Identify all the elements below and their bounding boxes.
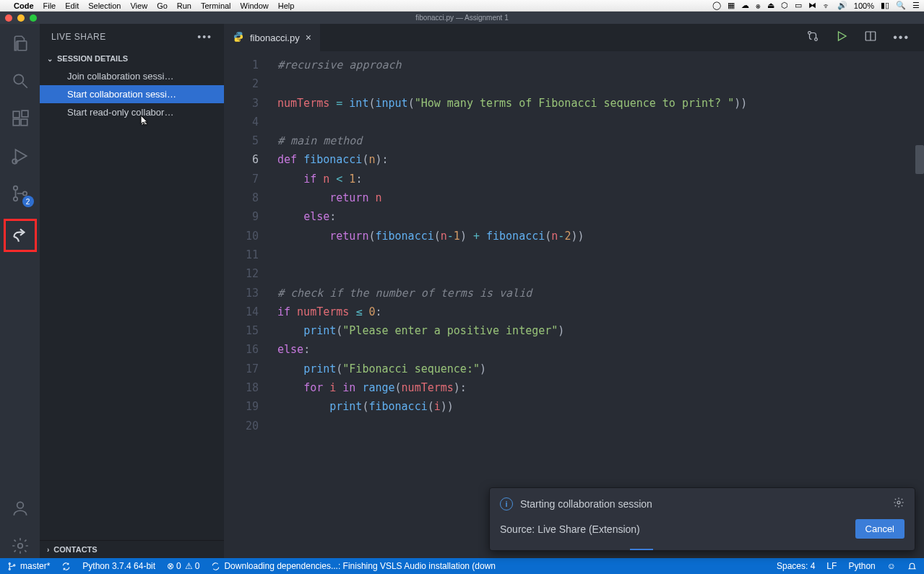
svg-rect-6 bbox=[22, 110, 28, 117]
info-icon: i bbox=[500, 497, 513, 510]
volume-icon[interactable]: 🔊 bbox=[837, 1, 847, 10]
svg-marker-16 bbox=[839, 32, 847, 40]
scm-badge: 2 bbox=[22, 196, 34, 207]
menu-file[interactable]: File bbox=[43, 1, 56, 10]
source-control-icon[interactable]: 2 bbox=[8, 181, 33, 206]
tab-filename: fibonacci.py bbox=[250, 32, 300, 43]
wifi-icon[interactable]: ᯤ bbox=[823, 1, 831, 10]
status-python[interactable]: Python 3.7.4 64-bit bbox=[82, 561, 155, 571]
notification-title: Starting collaboration session bbox=[520, 498, 652, 510]
tabbar: fibonacci.py × ••• bbox=[224, 24, 924, 51]
session-item-start[interactable]: Start collaboration sessi… bbox=[40, 85, 224, 103]
run-debug-icon[interactable] bbox=[8, 144, 33, 168]
compare-changes-icon[interactable] bbox=[806, 30, 819, 45]
editor-more-icon[interactable]: ••• bbox=[893, 31, 910, 44]
sidepanel: LIVE SHARE ••• ⌄ SESSION DETAILS Join co… bbox=[40, 24, 224, 558]
run-icon[interactable] bbox=[835, 30, 848, 45]
tab-fibonacci[interactable]: fibonacci.py × bbox=[224, 24, 320, 51]
menu-terminal[interactable]: Terminal bbox=[201, 1, 231, 10]
editor-area: fibonacci.py × ••• 123456789101112131415… bbox=[224, 24, 924, 558]
status-sync-icon[interactable] bbox=[61, 562, 71, 571]
statusbar: master* Python 3.7.4 64-bit ⊗0 ⚠0 Downlo… bbox=[0, 558, 924, 574]
svg-point-11 bbox=[22, 191, 26, 195]
close-tab-icon[interactable]: × bbox=[306, 32, 311, 43]
svg-point-10 bbox=[13, 197, 17, 201]
explorer-icon[interactable] bbox=[8, 31, 33, 56]
battery-pct[interactable]: 100% bbox=[854, 1, 874, 10]
live-share-icon[interactable] bbox=[4, 219, 37, 252]
menu-app[interactable]: Code bbox=[14, 1, 34, 10]
status-icon[interactable]: ⬡ bbox=[781, 1, 788, 10]
session-item-readonly[interactable]: Start read-only collabor… bbox=[40, 103, 224, 121]
status-problems[interactable]: ⊗0 ⚠0 bbox=[167, 561, 199, 571]
window-title: fibonacci.py — Assignment 1 bbox=[415, 14, 508, 22]
scrollbar[interactable] bbox=[915, 51, 924, 558]
menu-extras-icon[interactable]: ☰ bbox=[912, 1, 920, 10]
section-session-details[interactable]: ⌄ SESSION DETAILS bbox=[40, 50, 224, 67]
status-icon[interactable]: ▭ bbox=[795, 1, 802, 10]
minimize-window-icon[interactable] bbox=[17, 14, 25, 22]
svg-point-12 bbox=[17, 502, 23, 508]
svg-point-1 bbox=[14, 74, 23, 84]
status-download[interactable]: Downloading dependencies...: Finishing V… bbox=[211, 561, 496, 571]
notification-gear-icon[interactable] bbox=[893, 497, 904, 510]
menu-window[interactable]: Window bbox=[241, 1, 269, 10]
section-label: SESSION DETAILS bbox=[57, 54, 128, 63]
menu-help[interactable]: Help bbox=[278, 1, 295, 10]
extensions-icon[interactable] bbox=[8, 106, 33, 131]
svg-rect-3 bbox=[13, 111, 20, 118]
status-icon[interactable]: ☁ bbox=[741, 1, 749, 10]
progress-indicator bbox=[500, 549, 904, 550]
notification-source: Source: Live Share (Extension) bbox=[500, 523, 640, 535]
menu-run[interactable]: Run bbox=[177, 1, 191, 10]
svg-point-14 bbox=[808, 32, 811, 35]
svg-point-19 bbox=[897, 501, 900, 504]
panel-more-icon[interactable]: ••• bbox=[197, 31, 212, 43]
zoom-window-icon[interactable] bbox=[30, 14, 37, 22]
status-spaces[interactable]: Spaces: 4 bbox=[777, 561, 815, 571]
notification-toast: i Starting collaboration session Source:… bbox=[489, 487, 915, 551]
cancel-button[interactable]: Cancel bbox=[855, 519, 904, 539]
menu-edit[interactable]: Edit bbox=[65, 1, 79, 10]
svg-point-21 bbox=[9, 568, 10, 570]
svg-point-13 bbox=[17, 544, 22, 549]
code-content[interactable]: #recursive approach numTerms = int(input… bbox=[277, 56, 924, 558]
status-icon[interactable]: ▦ bbox=[727, 1, 735, 10]
svg-point-20 bbox=[9, 562, 10, 564]
chevron-right-icon: › bbox=[47, 546, 49, 554]
code-editor[interactable]: 1234567891011121314151617181920 #recursi… bbox=[224, 51, 924, 558]
status-feedback-icon[interactable]: ☺ bbox=[887, 561, 896, 571]
search-icon[interactable] bbox=[8, 69, 33, 93]
status-icon[interactable]: ⏏ bbox=[767, 1, 774, 10]
section-contacts[interactable]: › CONTACTS bbox=[40, 541, 224, 558]
session-item-join[interactable]: Join collaboration sessi… bbox=[40, 67, 224, 85]
menu-go[interactable]: Go bbox=[157, 1, 168, 10]
chevron-down-icon: ⌄ bbox=[47, 55, 53, 63]
mac-menubar: Code File Edit Selection View Go Run Ter… bbox=[0, 0, 924, 12]
status-branch[interactable]: master* bbox=[7, 561, 50, 571]
python-file-icon bbox=[233, 31, 244, 45]
svg-line-2 bbox=[22, 83, 27, 88]
menu-view[interactable]: View bbox=[130, 1, 147, 10]
menu-selection[interactable]: Selection bbox=[88, 1, 121, 10]
status-icon[interactable]: ⎈ bbox=[756, 1, 761, 10]
titlebar: fibonacci.py — Assignment 1 bbox=[0, 12, 924, 24]
activitybar: 2 bbox=[0, 24, 40, 558]
svg-point-9 bbox=[13, 186, 17, 190]
settings-gear-icon[interactable] bbox=[8, 534, 33, 558]
status-eol[interactable]: LF bbox=[826, 561, 837, 571]
svg-point-15 bbox=[815, 38, 818, 41]
panel-title: LIVE SHARE bbox=[51, 32, 106, 42]
contacts-label: CONTACTS bbox=[53, 545, 97, 554]
traffic-lights[interactable] bbox=[5, 14, 37, 22]
status-bell-icon[interactable] bbox=[907, 562, 917, 571]
bluetooth-icon[interactable]: ⧓ bbox=[808, 1, 816, 10]
close-window-icon[interactable] bbox=[5, 14, 12, 22]
split-editor-icon[interactable] bbox=[864, 30, 877, 45]
status-icon[interactable]: ◯ bbox=[712, 1, 721, 10]
account-icon[interactable] bbox=[8, 496, 33, 521]
battery-icon[interactable]: ▮▯ bbox=[881, 1, 889, 10]
status-lang[interactable]: Python bbox=[848, 561, 875, 571]
spotlight-icon[interactable]: 🔍 bbox=[896, 1, 906, 10]
svg-rect-0 bbox=[17, 41, 26, 51]
